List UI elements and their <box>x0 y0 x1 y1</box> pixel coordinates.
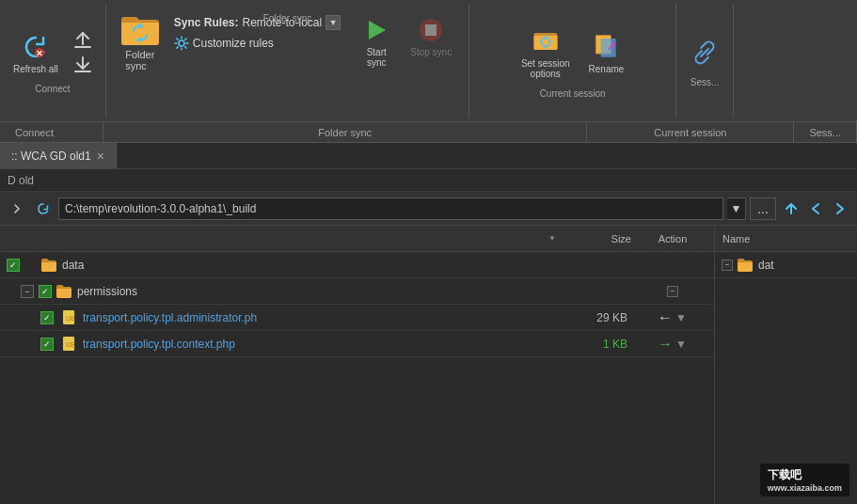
right-file-name-dat: dat <box>758 259 853 272</box>
action-dropdown-button[interactable]: ▼ <box>674 311 688 324</box>
folder-sync-group: Foldersync Sync Rules: Remote-to-local ▼… <box>106 4 469 118</box>
rename-icon <box>591 32 621 62</box>
right-back-button[interactable] <box>804 197 827 220</box>
check-icon[interactable] <box>7 259 20 272</box>
tab-close-button[interactable]: × <box>97 149 104 164</box>
watermark-line1: 下载吧 <box>768 467 842 483</box>
file-size-transport2: 1 KB <box>560 338 635 351</box>
file-name-permissions: permissions <box>77 285 560 298</box>
checkbox-permissions[interactable] <box>36 285 55 298</box>
current-session-group: Set sessionoptions Rename <box>469 4 676 118</box>
main-content: ▼ Size Action data <box>0 226 857 504</box>
connect-section-label: Connect <box>0 122 103 142</box>
svg-rect-13 <box>601 39 616 57</box>
tab-bar: :: WCA GD old1 × <box>0 143 857 169</box>
minus-expand-icon[interactable]: − <box>21 285 34 298</box>
svg-point-4 <box>179 40 184 46</box>
connect-buttons: ✕ Refresh all <box>8 28 98 78</box>
permissions-minus-icon[interactable]: − <box>667 286 678 297</box>
check-icon[interactable] <box>40 338 54 351</box>
current-session-section-label: Current session <box>587 122 794 142</box>
folder-sync-icon <box>118 11 163 49</box>
file-size-transport1: 29 KB <box>560 311 635 324</box>
path-dropdown-button[interactable]: ▼ <box>727 197 746 220</box>
set-session-button[interactable]: Set sessionoptions <box>516 23 576 83</box>
customize-rules-row[interactable]: Customize rules <box>174 36 341 51</box>
expand-permissions[interactable]: − <box>19 285 36 298</box>
table-row[interactable]: − permissions − <box>0 278 714 305</box>
stop-sync-label: Stop sync <box>410 47 452 57</box>
path-more-button[interactable]: ... <box>750 197 776 220</box>
breadcrumb: D old <box>8 174 34 187</box>
connect-group: ✕ Refresh all <box>0 4 106 118</box>
refresh-all-button[interactable]: ✕ Refresh all <box>8 28 64 78</box>
gear-icon <box>174 36 189 51</box>
set-session-label: Set sessionoptions <box>521 58 570 79</box>
sort-dropdown[interactable]: ▼ <box>545 234 560 243</box>
right-forward-button[interactable] <box>829 197 851 220</box>
column-headers: ▼ Size Action <box>0 226 714 252</box>
folder-icon <box>40 256 58 275</box>
checkbox-data[interactable] <box>4 259 23 272</box>
right-expand-dat[interactable]: − <box>719 260 736 271</box>
check-icon[interactable] <box>40 311 54 324</box>
minus-right-icon[interactable]: − <box>722 260 733 271</box>
svg-rect-7 <box>425 24 436 36</box>
right-folder-icon <box>736 256 754 275</box>
rename-button[interactable]: Rename <box>583 28 630 78</box>
download-icon <box>71 55 94 74</box>
svg-text:UE: UE <box>66 315 75 322</box>
action-left-arrow: ← <box>658 309 673 326</box>
breadcrumb-bar: D old <box>0 169 857 192</box>
action-right-arrow: → <box>658 336 673 353</box>
watermark: 下载吧 www.xiazaiba.com <box>760 464 849 496</box>
path-forward-button[interactable] <box>6 197 28 220</box>
folder-sync-label: Foldersync <box>125 49 154 71</box>
connect-label: Connect <box>35 84 70 94</box>
section-labels: Connect Folder sync Current session Sess… <box>0 122 857 143</box>
checkbox-transport2[interactable] <box>38 338 56 351</box>
right-name-column-header: Name <box>719 233 754 244</box>
tab-wca-gd-old1[interactable]: :: WCA GD old1 × <box>0 143 117 168</box>
sync-rule-dropdown[interactable]: ▼ <box>325 15 341 30</box>
file-name-data: data <box>62 259 560 272</box>
svg-text:✕: ✕ <box>36 49 43 58</box>
upload-button[interactable] <box>68 29 98 52</box>
file-action-transport1[interactable]: ← ▼ <box>635 309 710 326</box>
tab-label: :: WCA GD old1 <box>11 150 91 163</box>
right-up-button[interactable] <box>780 197 802 220</box>
table-row[interactable]: − dat <box>715 252 857 278</box>
path-refresh-button[interactable] <box>32 197 55 220</box>
set-session-icon <box>531 26 561 56</box>
action-column-header: Action <box>635 233 710 244</box>
toolbar: ✕ Refresh all <box>0 0 857 122</box>
path-input[interactable] <box>58 197 723 220</box>
stop-sync-button[interactable]: Stop sync <box>405 11 457 61</box>
left-panel: ▼ Size Action data <box>0 226 715 504</box>
right-panel: Name − dat <box>715 226 857 504</box>
session-extra-label: Sess... <box>690 77 720 87</box>
size-column-header[interactable]: Size <box>560 233 635 244</box>
start-sync-icon <box>361 15 391 45</box>
right-column-headers: Name <box>715 226 857 252</box>
link-icon <box>690 38 720 68</box>
current-session-label: Current session <box>540 88 606 99</box>
ue-file-icon: UE <box>60 308 79 327</box>
refresh-icon: ✕ <box>21 32 51 62</box>
action-dropdown-button2[interactable]: ▼ <box>674 338 688 351</box>
table-row[interactable]: UE transport.policy.tpl.administrator.ph… <box>0 305 714 331</box>
file-action-permissions: − <box>635 286 710 297</box>
checkbox-transport1[interactable] <box>38 311 56 324</box>
sync-rules-title: Sync Rules: <box>174 16 239 29</box>
file-action-transport2[interactable]: → ▼ <box>635 336 710 353</box>
check-icon[interactable] <box>39 285 52 298</box>
watermark-line2: www.xiazaiba.com <box>768 483 842 493</box>
file-list: data − permissions <box>0 252 714 504</box>
download-button[interactable] <box>68 54 98 76</box>
table-row[interactable]: UE transport.policy.tpl.context.php 1 KB… <box>0 331 714 357</box>
stop-sync-icon <box>416 15 446 45</box>
session-extra-button[interactable] <box>684 34 725 71</box>
table-row[interactable]: data <box>0 252 714 278</box>
start-sync-button[interactable]: Startsync <box>356 11 397 71</box>
folder-icon <box>55 282 73 301</box>
